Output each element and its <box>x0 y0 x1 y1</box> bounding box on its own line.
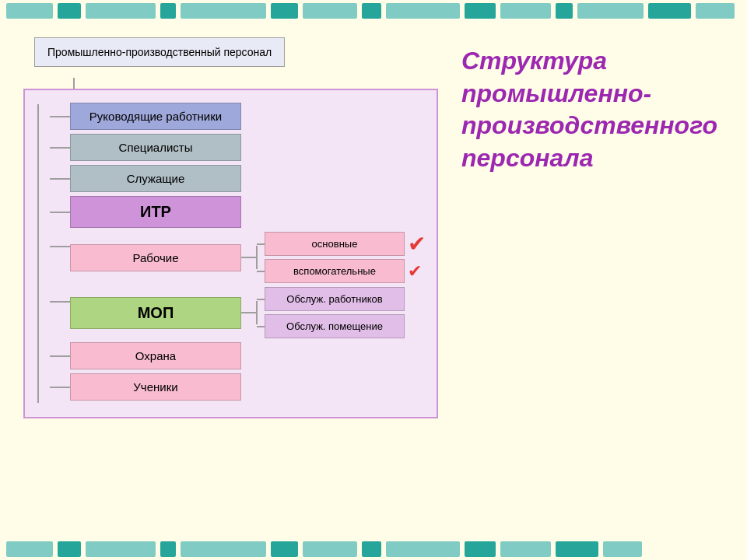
sub-boxes-rabochie: основные ✔ вспомогательные ✔ <box>257 232 426 283</box>
top-decorative-bar <box>0 0 747 22</box>
box-osnovnye: основные <box>265 232 405 256</box>
left-panel: Промышленно-производственный персонал Ру… <box>0 22 454 538</box>
bar-seg <box>465 541 496 557</box>
box-rukovod: Руководящие работники <box>70 103 241 130</box>
sub-h-connector <box>257 299 265 300</box>
h-connector-mop <box>241 312 257 313</box>
bar-seg <box>181 541 266 557</box>
bar-seg <box>386 541 460 557</box>
sub-vert-line-mop <box>256 301 258 324</box>
bar-seg <box>648 3 691 19</box>
h-connector <box>50 116 70 117</box>
top-level-box: Промышленно-производственный персонал <box>34 37 285 67</box>
h-connector-rabochie <box>241 257 257 258</box>
bar-seg <box>696 3 735 19</box>
bar-seg <box>160 541 176 557</box>
org-chart-container: Руководящие работники Специалисты Служащ… <box>23 89 438 418</box>
main-content: Промышленно-производственный персонал Ру… <box>0 22 747 538</box>
box-vspomog: вспомогательные <box>265 259 405 283</box>
bar-seg <box>86 3 156 19</box>
sub-boxes-mop: Обслуж. работников Обслуж. помещение <box>257 287 405 338</box>
bar-seg <box>386 3 460 19</box>
h-connector <box>50 301 70 303</box>
h-connector <box>50 147 70 149</box>
sub-h-connector <box>257 243 265 245</box>
bar-seg <box>362 3 381 19</box>
bar-seg <box>465 3 496 19</box>
bar-seg <box>271 3 298 19</box>
row-mop: МОП Обслуж. работников <box>37 287 426 338</box>
bar-seg <box>160 3 176 19</box>
row-specialist: Специалисты <box>37 134 426 161</box>
sub-vert-line <box>256 246 258 269</box>
bar-seg <box>181 3 266 19</box>
row-ucheniki: Ученики <box>37 373 426 401</box>
sub-row-osnovnye: основные ✔ <box>257 232 426 256</box>
checkmark-icon-1: ✔ <box>408 233 426 255</box>
sub-row-vspomog: вспомогательные ✔ <box>257 259 426 283</box>
h-connector <box>50 246 70 247</box>
bar-seg <box>6 541 53 557</box>
bar-seg <box>86 541 156 557</box>
box-sluzh: Служащие <box>70 165 241 192</box>
h-connector <box>50 355 70 357</box>
bar-seg <box>271 541 298 557</box>
bar-seg <box>362 541 381 557</box>
bottom-decorative-bar <box>0 538 747 560</box>
sub-row-obsluz2: Обслуж. помещение <box>257 314 405 338</box>
row-ohrana: Охрана <box>37 342 426 369</box>
bar-seg <box>6 3 53 19</box>
box-mop: МОП <box>70 297 241 329</box>
h-connector <box>50 387 70 388</box>
bar-seg <box>500 541 551 557</box>
bar-seg <box>303 3 357 19</box>
bar-seg <box>556 541 598 557</box>
bar-seg <box>303 541 357 557</box>
sub-h-connector <box>257 271 265 272</box>
bar-seg <box>58 3 81 19</box>
bar-seg <box>577 3 644 19</box>
row-rukovod: Руководящие работники <box>37 103 426 130</box>
checkmark-icon-2: ✔ <box>408 263 422 280</box>
box-ohrana: Охрана <box>70 342 241 369</box>
box-itr: ИТР <box>70 196 241 228</box>
h-connector <box>50 212 70 213</box>
bar-seg <box>500 3 551 19</box>
top-level-label: Промышленно-производственный персонал <box>47 46 272 58</box>
h-connector <box>50 178 70 180</box>
sub-h-connector <box>257 326 265 327</box>
box-rabochie: Рабочие <box>70 244 241 271</box>
row-itr: ИТР <box>37 196 426 228</box>
row-rabochie: Рабочие основные ✔ <box>37 232 426 283</box>
box-obsluz-workers: Обслуж. работников <box>265 287 405 311</box>
sub-row-obsluz1: Обслуж. работников <box>257 287 405 311</box>
box-ucheniki: Ученики <box>70 373 241 401</box>
page-title: Структура промышленно- производственного… <box>461 45 717 174</box>
box-specialist: Специалисты <box>70 134 241 161</box>
bar-seg <box>556 3 573 19</box>
box-obsluz-room: Обслуж. помещение <box>265 314 405 338</box>
bar-seg <box>603 541 642 557</box>
right-panel: Структура промышленно- производственного… <box>454 22 747 538</box>
row-sluzh: Служащие <box>37 165 426 192</box>
bar-seg <box>58 541 81 557</box>
